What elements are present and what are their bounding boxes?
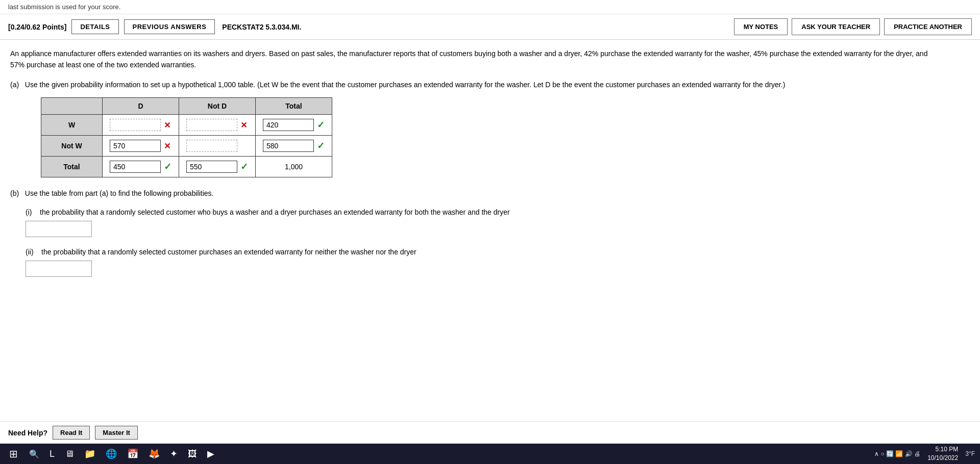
read-it-button[interactable]: Read It (53, 426, 90, 440)
table-row-w: W ✕ ✕ ✓ (41, 115, 332, 136)
clock-time: 5:10 PM (927, 445, 958, 454)
cell-total-notd: ✓ (179, 157, 256, 177)
ask-teacher-button[interactable]: ASK YOUR TEACHER (792, 18, 880, 35)
cell-notw-notd (179, 136, 256, 157)
col-header-d: D (103, 98, 179, 115)
part-a-text: Use the given probability information to… (25, 81, 786, 89)
taskbar-icon-4[interactable]: 🌐 (103, 447, 120, 460)
problem-id: PECKSTAT2 5.3.034.MI. (222, 23, 301, 31)
col-header-notd: Not D (179, 98, 256, 115)
cell-w-d-wrap: ✕ (110, 119, 172, 131)
cell-total-d-wrap: ✓ (110, 161, 172, 173)
check-icon-total-d: ✓ (164, 161, 172, 172)
total-total-value: 1,000 (285, 163, 303, 171)
taskbar: ⊞ 🔍 L 🖥 📁 🌐 📅 🦊 ✦ 🖼 ▶ ∧ ○ 🔄 📶 🔊 🖨 5:10 P… (0, 444, 980, 464)
part-b-i-label: (i) (26, 208, 32, 216)
table-row-notw: Not W ✕ ✓ (41, 136, 332, 157)
table-row-total: Total ✓ ✓ 1,000 (41, 157, 332, 177)
cell-notw-d: ✕ (103, 136, 179, 157)
part-b: (b) Use the table from part (a) to find … (10, 188, 939, 199)
cell-w-notd: ✕ (179, 115, 256, 136)
system-tray: ∧ ○ 🔄 📶 🔊 🖨 (874, 450, 920, 457)
cell-notw-total-wrap: ✓ (263, 140, 325, 152)
cell-w-total: ✓ (256, 115, 332, 136)
cell-notw-total: ✓ (256, 136, 332, 157)
master-it-button[interactable]: Master It (95, 426, 137, 440)
details-button[interactable]: DETAILS (71, 19, 118, 34)
temperature: 3°F (965, 450, 975, 457)
part-a-label: (a) (10, 81, 19, 89)
points-label: [0.24/0.62 Points] (8, 23, 66, 31)
clock-date: 10/10/2022 (927, 454, 958, 462)
part-b-text: Use the table from part (a) to find the … (25, 189, 214, 197)
taskbar-icon-3[interactable]: 📁 (81, 447, 99, 460)
x-icon-w-notd: ✕ (240, 120, 247, 130)
taskbar-clock: 5:10 PM 10/10/2022 (927, 445, 958, 462)
input-w-total[interactable] (263, 119, 314, 131)
top-bar: [0.24/0.62 Points] DETAILS PREVIOUS ANSW… (0, 14, 980, 40)
cell-total-total: 1,000 (256, 157, 332, 177)
cell-total-d: ✓ (103, 157, 179, 177)
answer-b-ii[interactable] (26, 261, 92, 277)
input-notw-notd[interactable] (186, 140, 237, 152)
previous-answers-button[interactable]: PREVIOUS ANSWERS (124, 19, 215, 34)
input-total-d[interactable] (110, 161, 161, 173)
part-b-ii-text: the probability that a randomly selected… (41, 248, 416, 256)
taskbar-icon-1[interactable]: L (46, 448, 58, 460)
my-notes-button[interactable]: MY NOTES (734, 18, 788, 35)
answer-b-i[interactable] (26, 221, 92, 237)
cell-w-total-wrap: ✓ (263, 119, 325, 131)
col-header-total: Total (256, 98, 332, 115)
probability-table: D Not D Total W ✕ ✕ (41, 97, 332, 177)
part-a: (a) Use the given probability informatio… (10, 79, 939, 90)
input-notw-d[interactable] (110, 140, 161, 152)
taskbar-icon-5[interactable]: 📅 (124, 447, 141, 460)
cell-w-notd-wrap: ✕ (186, 119, 248, 131)
taskbar-icon-8[interactable]: 🖼 (185, 448, 200, 460)
part-b-i: (i) the probability that a randomly sele… (26, 207, 939, 237)
input-w-notd[interactable] (186, 119, 237, 131)
part-b-ii: (ii) the probability that a randomly sel… (26, 246, 939, 277)
check-icon-w-total: ✓ (317, 119, 325, 131)
need-help-label: Need Help? (8, 429, 47, 437)
row-label-w: W (41, 115, 103, 136)
x-icon-w-d: ✕ (164, 120, 170, 130)
cell-total-notd-wrap: ✓ (186, 161, 248, 173)
search-button[interactable]: 🔍 (26, 447, 42, 461)
score-notice: last submission is used for your score. (0, 0, 980, 14)
row-label-notw: Not W (41, 136, 103, 157)
row-label-total: Total (41, 157, 103, 177)
taskbar-right: ∧ ○ 🔄 📶 🔊 🖨 5:10 PM 10/10/2022 3°F (874, 445, 975, 462)
part-b-label: (b) (10, 189, 19, 197)
part-b-ii-label: (ii) (26, 248, 34, 256)
practice-another-button[interactable]: PRACTICE ANOTHER (884, 18, 972, 35)
cell-w-d: ✕ (103, 115, 179, 136)
check-icon-notw-total: ✓ (317, 140, 325, 151)
top-bar-right: MY NOTES ASK YOUR TEACHER PRACTICE ANOTH… (734, 18, 972, 35)
taskbar-icon-2[interactable]: 🖥 (62, 448, 77, 460)
input-total-notd[interactable] (186, 161, 237, 173)
check-icon-total-notd: ✓ (240, 161, 248, 172)
taskbar-icon-6[interactable]: 🦊 (145, 447, 163, 460)
cell-notw-notd-wrap (186, 140, 248, 152)
taskbar-icon-7[interactable]: ✦ (167, 447, 181, 460)
input-w-d[interactable] (110, 119, 161, 131)
taskbar-icon-9[interactable]: ▶ (204, 447, 217, 460)
x-icon-notw-d: ✕ (164, 141, 170, 151)
start-button[interactable]: ⊞ (5, 446, 22, 462)
cell-notw-d-wrap: ✕ (110, 140, 172, 152)
need-help-bar: Need Help? Read It Master It (0, 421, 980, 444)
table-corner (41, 98, 103, 115)
main-content: An appliance manufacturer offers extende… (0, 40, 949, 292)
problem-text: An appliance manufacturer offers extende… (10, 48, 939, 71)
score-text: last submission is used for your score. (8, 3, 120, 11)
input-notw-total[interactable] (263, 140, 314, 152)
part-b-i-text: the probability that a randomly selected… (40, 208, 510, 216)
